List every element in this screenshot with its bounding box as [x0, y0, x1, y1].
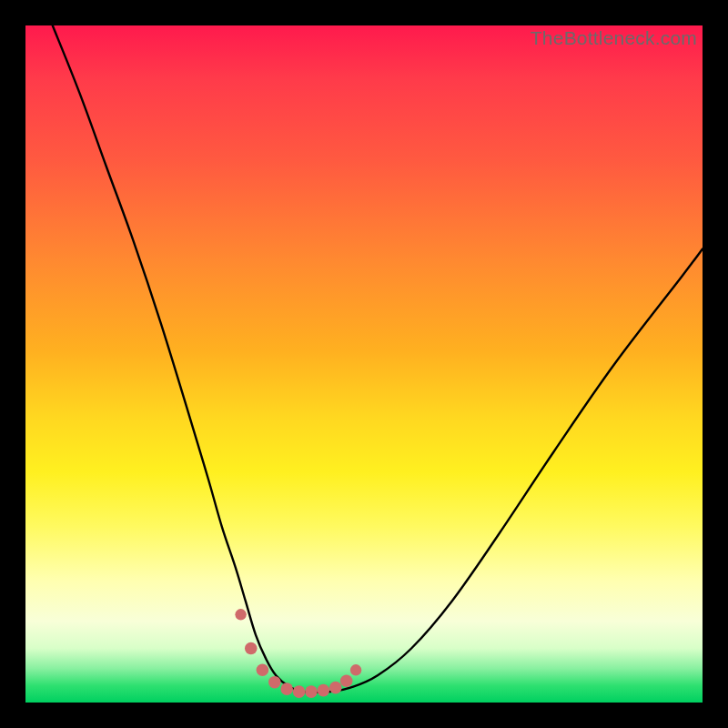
highlight-point — [329, 682, 342, 694]
highlight-point — [235, 609, 246, 620]
watermark-text: TheBottleneck.com — [531, 27, 697, 49]
highlight-point — [293, 685, 306, 698]
highlight-point — [257, 663, 269, 676]
highlight-point — [340, 674, 353, 687]
highlight-point — [280, 682, 293, 695]
highlight-point — [305, 685, 318, 698]
bottleneck-curve — [53, 25, 703, 693]
highlight-point — [268, 676, 281, 689]
highlight-points — [235, 609, 361, 698]
highlight-point — [245, 642, 258, 655]
highlight-point — [350, 664, 361, 675]
outer-frame: TheBottleneck.com — [0, 0, 728, 728]
curve-layer — [25, 25, 703, 703]
highlight-point — [318, 684, 330, 697]
